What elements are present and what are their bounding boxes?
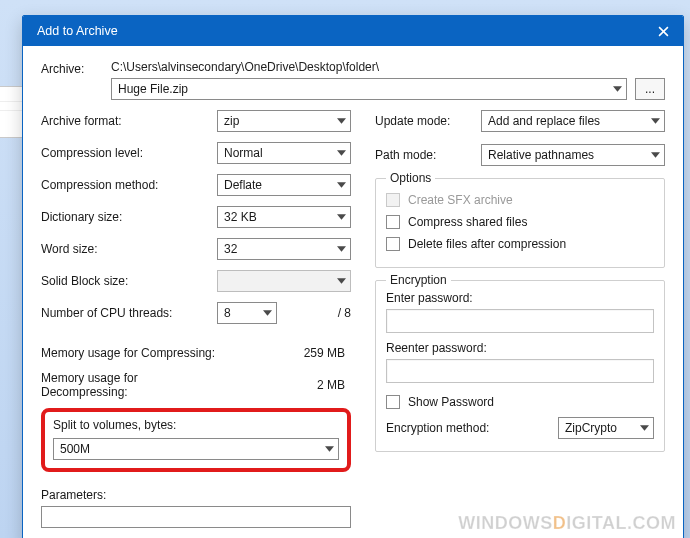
select-value: Deflate xyxy=(224,178,262,192)
row-reenter-password: Reenter password: xyxy=(386,341,654,383)
reenter-password-input[interactable] xyxy=(386,359,654,383)
row-word-size: Word size: 32 xyxy=(41,238,351,260)
select-word-size[interactable]: 32 xyxy=(217,238,351,260)
select-compression-level[interactable]: Normal xyxy=(217,142,351,164)
row-archive-format: Archive format: zip xyxy=(41,110,351,132)
select-value: 32 KB xyxy=(224,210,257,224)
row-cpu-threads: Number of CPU threads: 8 / 8 xyxy=(41,302,351,324)
label-delete-after: Delete files after compression xyxy=(408,237,566,251)
select-update-mode[interactable]: Add and replace files xyxy=(481,110,665,132)
label-solid-block-size: Solid Block size: xyxy=(41,274,217,288)
split-volumes-highlight: Split to volumes, bytes: 500M xyxy=(41,408,351,472)
row-solid-block-size: Solid Block size: xyxy=(41,270,351,292)
select-value: Add and replace files xyxy=(488,114,600,128)
close-icon xyxy=(658,26,669,37)
label-reenter-password: Reenter password: xyxy=(386,341,654,355)
add-to-archive-dialog: Add to Archive Archive: C:\Users\alvinse… xyxy=(22,15,684,538)
chevron-down-icon xyxy=(337,274,346,288)
select-value: 32 xyxy=(224,242,237,256)
row-encryption-method: Encryption method: ZipCrypto xyxy=(386,417,654,439)
checkbox-show-password[interactable] xyxy=(386,395,400,409)
row-compression-level: Compression level: Normal xyxy=(41,142,351,164)
select-value: 500M xyxy=(60,442,90,456)
select-value: zip xyxy=(224,114,239,128)
select-archive-format[interactable]: zip xyxy=(217,110,351,132)
chevron-down-icon xyxy=(337,178,346,192)
chevron-down-icon xyxy=(337,146,346,160)
archive-filename-combo[interactable]: Huge File.zip xyxy=(111,78,627,100)
row-compression-method: Compression method: Deflate xyxy=(41,174,351,196)
archive-section: Archive: C:\Users\alvinsecondary\OneDriv… xyxy=(41,60,665,100)
row-memory-decompress: Memory usage for Decompressing: 2 MB xyxy=(41,374,351,396)
left-column: Archive format: zip Compression level: N… xyxy=(41,110,351,528)
chevron-down-icon xyxy=(337,242,346,256)
row-compress-shared: Compress shared files xyxy=(386,211,654,233)
browse-button[interactable]: ... xyxy=(635,78,665,100)
label-word-size: Word size: xyxy=(41,242,217,256)
label-dictionary-size: Dictionary size: xyxy=(41,210,217,224)
row-update-mode: Update mode: Add and replace files xyxy=(375,110,665,132)
cpu-threads-total: / 8 xyxy=(283,306,351,320)
value-memory-decompress: 2 MB xyxy=(217,378,351,392)
chevron-down-icon xyxy=(651,148,660,162)
archive-label: Archive: xyxy=(41,60,101,100)
label-memory-decompress: Memory usage for Decompressing: xyxy=(41,371,217,399)
options-group: Options Create SFX archive Compress shar… xyxy=(375,178,665,268)
select-dictionary-size[interactable]: 32 KB xyxy=(217,206,351,228)
dialog-body: Archive: C:\Users\alvinsecondary\OneDriv… xyxy=(23,46,683,538)
row-memory-compress: Memory usage for Compressing: 259 MB xyxy=(41,342,351,364)
chevron-down-icon xyxy=(337,210,346,224)
select-value: Relative pathnames xyxy=(488,148,594,162)
select-path-mode[interactable]: Relative pathnames xyxy=(481,144,665,166)
encryption-legend: Encryption xyxy=(386,273,451,287)
window-title: Add to Archive xyxy=(37,24,643,38)
label-update-mode: Update mode: xyxy=(375,114,471,128)
checkbox-create-sfx xyxy=(386,193,400,207)
select-encryption-method[interactable]: ZipCrypto xyxy=(558,417,654,439)
archive-input-line: Huge File.zip ... xyxy=(111,78,665,100)
select-value: Normal xyxy=(224,146,263,160)
select-cpu-threads[interactable]: 8 xyxy=(217,302,277,324)
row-path-mode: Path mode: Relative pathnames xyxy=(375,144,665,166)
label-archive-format: Archive format: xyxy=(41,114,217,128)
chevron-down-icon xyxy=(651,114,660,128)
row-dictionary-size: Dictionary size: 32 KB xyxy=(41,206,351,228)
label-encryption-method: Encryption method: xyxy=(386,421,550,435)
checkbox-delete-after[interactable] xyxy=(386,237,400,251)
label-cpu-threads: Number of CPU threads: xyxy=(41,306,211,320)
row-show-password: Show Password xyxy=(386,391,654,413)
label-enter-password: Enter password: xyxy=(386,291,654,305)
titlebar: Add to Archive xyxy=(23,16,683,46)
label-compress-shared: Compress shared files xyxy=(408,215,527,229)
select-compression-method[interactable]: Deflate xyxy=(217,174,351,196)
columns: Archive format: zip Compression level: N… xyxy=(41,110,665,528)
enter-password-input[interactable] xyxy=(386,309,654,333)
label-show-password: Show Password xyxy=(408,395,494,409)
parameters-input[interactable] xyxy=(41,506,351,528)
archive-path: C:\Users\alvinsecondary\OneDrive\Desktop… xyxy=(111,60,665,74)
select-value: ZipCrypto xyxy=(565,421,617,435)
encryption-group: Encryption Enter password: Reenter passw… xyxy=(375,280,665,452)
row-enter-password: Enter password: xyxy=(386,291,654,333)
select-split-volumes[interactable]: 500M xyxy=(53,438,339,460)
label-compression-level: Compression level: xyxy=(41,146,217,160)
archive-right: C:\Users\alvinsecondary\OneDrive\Desktop… xyxy=(111,60,665,100)
chevron-down-icon xyxy=(640,421,649,435)
chevron-down-icon xyxy=(613,82,622,96)
label-parameters: Parameters: xyxy=(41,488,351,502)
value-memory-compress: 259 MB xyxy=(217,346,351,360)
label-memory-compress: Memory usage for Compressing: xyxy=(41,346,217,360)
label-path-mode: Path mode: xyxy=(375,148,471,162)
checkbox-compress-shared[interactable] xyxy=(386,215,400,229)
label-compression-method: Compression method: xyxy=(41,178,217,192)
archive-filename-value: Huge File.zip xyxy=(118,82,188,96)
parameters-block: Parameters: xyxy=(41,488,351,528)
label-split-volumes: Split to volumes, bytes: xyxy=(53,418,339,432)
row-delete-after: Delete files after compression xyxy=(386,233,654,255)
chevron-down-icon xyxy=(337,114,346,128)
right-column: Update mode: Add and replace files Path … xyxy=(375,110,665,528)
chevron-down-icon xyxy=(263,306,272,320)
label-create-sfx: Create SFX archive xyxy=(408,193,513,207)
close-button[interactable] xyxy=(643,16,683,46)
select-value: 8 xyxy=(224,306,231,320)
